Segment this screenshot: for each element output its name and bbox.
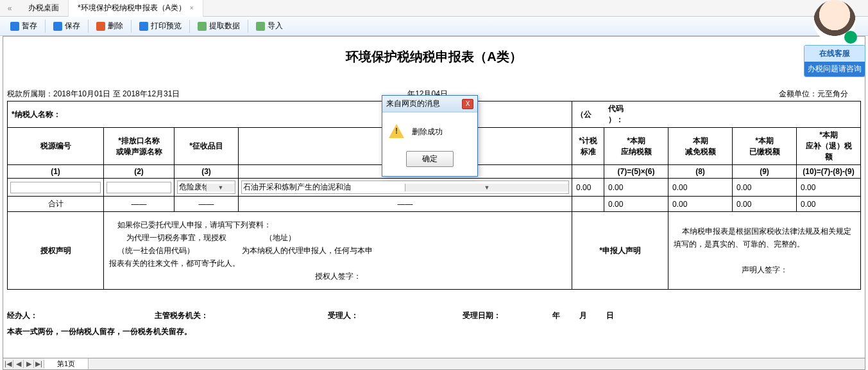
handler-label: 经办人：	[7, 310, 155, 321]
code-label: 代码	[608, 104, 624, 113]
decl-text: 本纳税申报表是根据国家税收法律法规及相关规定填写的，是真实的、可靠的、完整的。 …	[668, 212, 861, 290]
n3: (3)	[201, 167, 211, 176]
tab-desktop[interactable]: 办税桌面	[19, 0, 69, 17]
tab-document[interactable]: *环境保护税纳税申报表（A类） ×	[69, 0, 203, 17]
declaration-row: 授权声明 如果你已委托代理人申报，请填写下列资料： 为代理一切税务事宜，现授权 …	[8, 212, 861, 290]
footer-signature-line: 经办人： 主管税务机关： 受理人： 受理日期： 年 月 日	[3, 308, 865, 324]
extract-label: 提取数据	[209, 21, 240, 31]
n10: (10)=(7)-(8)-(9)	[803, 167, 854, 176]
pause-icon	[10, 22, 19, 31]
n8: (8)	[695, 167, 705, 176]
code-label2: ）：	[608, 115, 624, 124]
next-page-button[interactable]: ▶	[24, 360, 34, 368]
save-button[interactable]: 保存	[48, 19, 85, 33]
col-10: *本期 应补（退）税 额	[797, 128, 861, 165]
dialog-title: 来自网页的消息	[386, 98, 440, 109]
cell-7: 0.00	[604, 179, 668, 197]
document-canvas: 环境保护税纳税申报表（A类） 税款所属期：2018年10月01日 至 2018年…	[3, 36, 865, 358]
toolbar: 暂存 保存 删除 打印预览 提取数据 导入	[0, 17, 868, 36]
customer-service-widget[interactable]: 在线客服 办税问题请咨询	[804, 0, 865, 77]
cs-subtitle: 办税问题请咨询	[804, 62, 865, 76]
save-icon	[53, 22, 62, 31]
delete-label: 删除	[108, 21, 123, 31]
close-icon[interactable]: ×	[190, 4, 194, 12]
dialog-body: 删除成功	[382, 112, 477, 145]
day-label: 日	[606, 310, 614, 321]
authority-label: 主管税务机关：	[155, 310, 328, 321]
col-7: *本期 应纳税额	[604, 128, 668, 165]
print-icon	[139, 22, 148, 31]
separator	[45, 20, 46, 33]
import-button[interactable]: 导入	[251, 19, 288, 33]
accept-date-label: 受理日期：	[463, 310, 501, 321]
taxpayer-kind: （公	[576, 110, 591, 119]
tab-label: *环境保护税纳税申报表（A类）	[78, 3, 186, 13]
taxpayer-name-label: *纳税人名称：	[12, 110, 61, 119]
chevron-down-icon: ▼	[206, 184, 235, 191]
extract-icon	[198, 22, 207, 31]
col-9: *本期 已缴税额	[733, 128, 797, 165]
auth-text: 如果你已委托代理人申报，请填写下列资料： 为代理一切税务事宜，现授权 （地址） …	[104, 212, 572, 290]
pager-bar: |◀ ◀ ▶ ▶| 第1页	[3, 358, 865, 370]
pause-button[interactable]: 暂存	[5, 19, 42, 33]
delete-icon	[96, 22, 105, 31]
category-value: 危险废物（固	[178, 181, 206, 193]
last-page-button[interactable]: ▶|	[34, 360, 44, 368]
sum-dash: ——	[239, 197, 572, 212]
avatar-icon	[813, 0, 856, 42]
page-tab[interactable]: 第1页	[44, 358, 89, 369]
col-1: 税源编号	[8, 128, 104, 165]
col-3: *征收品目	[174, 128, 239, 165]
subitem-select[interactable]: 石油开采和炼制产生的油泥和油▼	[241, 181, 569, 194]
delete-button[interactable]: 删除	[91, 19, 128, 33]
source-id-input[interactable]	[10, 182, 101, 193]
dialog-message: 删除成功	[412, 127, 443, 137]
cs-badge: 在线客服 办税问题请咨询	[804, 45, 865, 77]
n2: (2)	[134, 167, 144, 176]
auth-label: 授权声明	[40, 246, 71, 255]
sum-8: 0.00	[668, 197, 733, 212]
n7: (7)=(5)×(6)	[617, 167, 654, 176]
print-preview-button[interactable]: 打印预览	[134, 19, 187, 33]
tab-label: 办税桌面	[28, 3, 59, 13]
warning-icon	[389, 124, 404, 139]
sum-9: 0.00	[733, 197, 797, 212]
page-title: 环境保护税纳税申报表（A类）	[3, 48, 865, 66]
col-8: 本期 减免税额	[668, 128, 733, 165]
import-label: 导入	[268, 21, 283, 31]
decl-label: *申报人声明	[599, 246, 641, 255]
dialog-titlebar: 来自网页的消息 X	[382, 96, 477, 112]
sum-10: 0.00	[797, 197, 861, 212]
unit-label: 金额单位：	[779, 89, 817, 98]
category-select[interactable]: 危险废物（固▼	[177, 181, 235, 194]
cell-9: 0.00	[733, 179, 797, 197]
sum-7: 0.00	[604, 197, 668, 212]
year-label: 年	[552, 310, 560, 321]
separator	[248, 20, 248, 33]
data-row: 危险废物（固▼ 石油开采和炼制产生的油泥和油▼ 0.00 0.00 0.00 0…	[8, 179, 861, 197]
first-page-button[interactable]: |◀	[3, 360, 13, 368]
separator	[131, 20, 132, 33]
separator	[189, 20, 190, 33]
prev-page-button[interactable]: ◀	[13, 360, 24, 368]
outlet-name-input[interactable]	[106, 182, 171, 193]
close-icon[interactable]: X	[462, 99, 473, 109]
cell-8: 0.00	[668, 179, 733, 197]
tab-bar: « 办税桌面 *环境保护税纳税申报表（A类） ×	[0, 0, 868, 17]
period-label: 税款所属期：	[7, 89, 53, 98]
ok-button[interactable]: 确定	[406, 151, 454, 167]
n1: (1)	[51, 167, 60, 176]
separator	[88, 20, 89, 33]
pause-label: 暂存	[22, 21, 37, 31]
period-value: 2018年10月01日 至 2018年12月31日	[53, 89, 180, 98]
col-5: *计税 标准	[572, 128, 604, 165]
cell-10: 0.00	[797, 179, 861, 197]
extract-button[interactable]: 提取数据	[192, 19, 245, 33]
sum-label: 合计	[8, 197, 104, 212]
footer-note: 本表一式两份，一份纳税人留存，一份税务机关留存。	[3, 324, 865, 340]
tabs-collapse-button[interactable]: «	[0, 4, 19, 13]
n9: (9)	[760, 167, 769, 176]
print-label: 打印预览	[151, 21, 182, 31]
subitem-value: 石油开采和炼制产生的油泥和油	[242, 181, 405, 193]
dialog-footer: 确定	[382, 145, 477, 176]
